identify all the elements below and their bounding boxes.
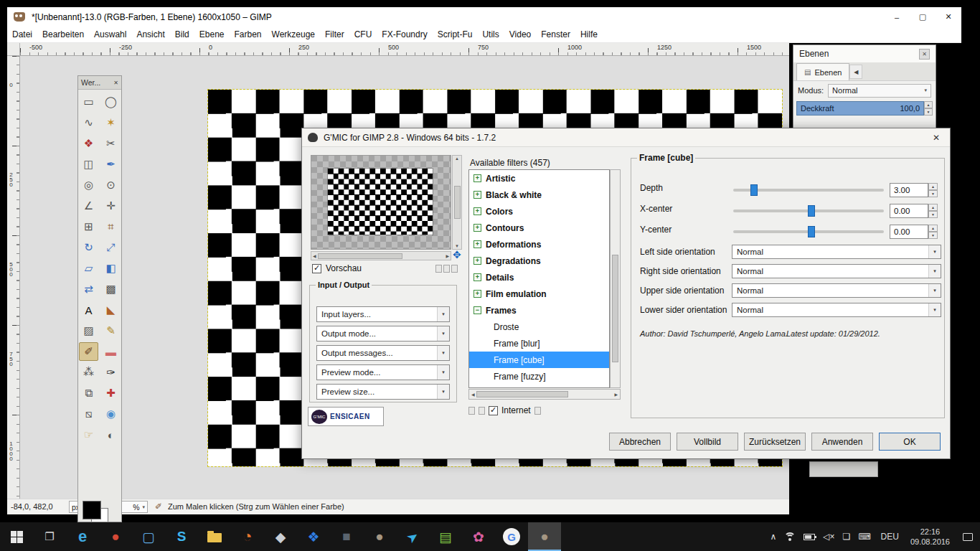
param-slider-depth[interactable] bbox=[733, 189, 884, 192]
internet-checkbox[interactable]: ✓ bbox=[489, 406, 498, 415]
param-select-left-side-orientation[interactable]: Normal▾ bbox=[732, 245, 941, 259]
spin-up-icon[interactable]: ▲ bbox=[928, 204, 938, 211]
scrollbar-thumb[interactable] bbox=[454, 186, 461, 219]
tool-text[interactable]: A bbox=[79, 301, 98, 319]
tray-battery-icon[interactable] bbox=[804, 534, 815, 540]
spin-up-icon[interactable]: ▲ bbox=[928, 183, 938, 190]
tool-scissors-select[interactable]: ✂ bbox=[101, 134, 121, 153]
vertical-ruler[interactable]: 02505007501000 bbox=[7, 56, 20, 499]
menu-fenster[interactable]: Fenster bbox=[536, 29, 575, 39]
scroll-up-icon[interactable]: ▲ bbox=[455, 156, 459, 161]
filter-category-deformations[interactable]: +Deformations bbox=[469, 236, 609, 253]
tool-cage-transform[interactable]: ▩ bbox=[101, 280, 121, 298]
filter-category-contours[interactable]: +Contours bbox=[469, 220, 609, 236]
param-value-depth[interactable]: 3.00 bbox=[890, 183, 928, 197]
tool-foreground-select[interactable]: ◫ bbox=[79, 155, 98, 174]
taskbar-app-window-blue[interactable]: ▢ bbox=[132, 522, 165, 551]
mini-button[interactable] bbox=[451, 265, 458, 273]
gmic-titlebar[interactable]: G'MIC for GIMP 2.8 - Windows 64 bits - 1… bbox=[302, 128, 950, 147]
filter-list-hscrollbar[interactable]: ◀ ▶ bbox=[468, 389, 621, 400]
toolbox-titlebar[interactable]: Wer... ✕ bbox=[78, 76, 121, 90]
filter-item-frame-fuzzy[interactable]: Frame [fuzzy] bbox=[469, 368, 609, 385]
tool-select-by-color[interactable]: ❖ bbox=[79, 134, 98, 153]
scroll-left-icon[interactable]: ◀ bbox=[471, 392, 475, 397]
menu-ansicht[interactable]: Ansicht bbox=[131, 29, 169, 39]
tab-nav-button[interactable]: ◀ bbox=[849, 65, 862, 79]
expand-icon[interactable]: + bbox=[473, 257, 481, 265]
tool-dodge-burn[interactable]: ◐ bbox=[101, 425, 121, 444]
tool-blur-sharpen[interactable]: ◉ bbox=[101, 405, 121, 423]
tool-clone[interactable]: ⧉ bbox=[79, 384, 98, 402]
spin-down-icon[interactable]: ▼ bbox=[928, 232, 938, 239]
param-slider-y-center[interactable] bbox=[733, 230, 884, 233]
mini-button[interactable] bbox=[435, 265, 442, 273]
expand-icon[interactable]: + bbox=[473, 273, 481, 281]
io-dropdown-preview-size[interactable]: Preview size...▾ bbox=[316, 384, 450, 400]
tray-volume-muted-icon[interactable]: ◁× bbox=[823, 532, 834, 542]
expand-icon[interactable]: + bbox=[473, 290, 481, 298]
slider-handle[interactable] bbox=[808, 205, 815, 217]
collapse-icon[interactable]: − bbox=[473, 306, 481, 314]
menu-farben[interactable]: Farben bbox=[230, 29, 267, 39]
taskbar-clock[interactable]: 22:16 09.08.2016 bbox=[905, 522, 956, 551]
tool-perspective-clone[interactable]: ⧅ bbox=[79, 405, 98, 423]
tool-ink[interactable]: ✑ bbox=[101, 363, 121, 382]
opacity-spinner[interactable]: ▲ ▼ bbox=[924, 101, 933, 116]
scroll-right-icon[interactable]: ▶ bbox=[614, 392, 618, 397]
start-button[interactable] bbox=[0, 522, 33, 551]
close-button[interactable]: ✕ bbox=[936, 7, 961, 27]
io-dropdown-output-messages[interactable]: Output messages...▾ bbox=[316, 345, 450, 361]
tool-scale[interactable]: ⤢ bbox=[101, 238, 121, 257]
filter-category-frames[interactable]: −Frames bbox=[469, 302, 609, 319]
tool-color-picker[interactable]: ◎ bbox=[79, 176, 98, 194]
param-value-x-center[interactable]: 0.00 bbox=[890, 204, 928, 218]
scroll-right-icon[interactable]: ▶ bbox=[446, 253, 449, 258]
taskbar-inkscape[interactable]: ◆ bbox=[264, 522, 297, 551]
menu-hilfe[interactable]: Hilfe bbox=[575, 29, 603, 39]
spin-up-icon[interactable]: ▲ bbox=[924, 101, 933, 108]
taskbar-chrome[interactable]: G bbox=[495, 522, 528, 551]
param-slider-x-center[interactable] bbox=[733, 209, 884, 212]
tool-ellipse-select[interactable]: ◯ bbox=[101, 93, 121, 111]
scrollbar-thumb[interactable] bbox=[612, 255, 618, 362]
filter-item-frame-cube[interactable]: Frame [cube] bbox=[469, 352, 609, 368]
tool-eraser[interactable]: ▬ bbox=[101, 342, 121, 361]
menu-datei[interactable]: Datei bbox=[7, 29, 37, 39]
vorschau-checkbox[interactable]: ✓ bbox=[312, 264, 321, 273]
spin-up-icon[interactable]: ▲ bbox=[928, 225, 938, 232]
tool-fuzzy-select[interactable]: ✶ bbox=[101, 113, 121, 132]
close-icon[interactable]: ✕ bbox=[925, 133, 947, 143]
spin-down-icon[interactable]: ▼ bbox=[924, 108, 933, 116]
taskbar-telegram[interactable]: ➤ bbox=[396, 522, 429, 551]
menu-bild[interactable]: Bild bbox=[170, 29, 194, 39]
taskbar-file-explorer[interactable] bbox=[198, 522, 231, 551]
filter-category-film-emulation[interactable]: +Film emulation bbox=[469, 286, 609, 302]
tool-bucket-fill[interactable]: ◣ bbox=[101, 301, 121, 319]
menu-script-fu[interactable]: Script-Fu bbox=[433, 29, 478, 39]
scroll-down-icon[interactable]: ▼ bbox=[455, 244, 459, 248]
opacity-slider[interactable]: Deckkraft 100,0 bbox=[796, 101, 924, 116]
slider-handle[interactable] bbox=[750, 184, 758, 196]
menu-video[interactable]: Video bbox=[504, 29, 536, 39]
taskbar-gimp[interactable]: ● bbox=[363, 522, 396, 551]
filter-category-artistic[interactable]: +Artistic bbox=[469, 170, 609, 187]
tool-paintbrush[interactable]: ✐ bbox=[79, 342, 98, 361]
tool-rectangle-select[interactable]: ▭ bbox=[79, 93, 98, 111]
spin-down-icon[interactable]: ▼ bbox=[928, 211, 938, 218]
tool-airbrush[interactable]: ⁂ bbox=[79, 363, 98, 382]
tool-gradient[interactable]: ▨ bbox=[79, 321, 98, 340]
taskbar-app-dark[interactable]: ■ bbox=[330, 522, 363, 551]
tool-shear[interactable]: ▱ bbox=[79, 259, 98, 278]
slider-handle[interactable] bbox=[808, 226, 815, 237]
tool-measure[interactable]: ∠ bbox=[79, 197, 98, 215]
tool-align[interactable]: ⊞ bbox=[79, 217, 98, 236]
preview-vscrollbar[interactable]: ▲ ▼ bbox=[452, 155, 462, 250]
close-icon[interactable]: ✕ bbox=[919, 49, 930, 60]
io-dropdown-output-mode[interactable]: Output mode...▾ bbox=[316, 326, 450, 342]
filter-item-frame-mirror[interactable]: Frame [mirror] bbox=[469, 385, 609, 388]
action-center-button[interactable] bbox=[956, 522, 980, 551]
menu-ebene[interactable]: Ebene bbox=[194, 29, 230, 39]
param-select-upper-side-orientation[interactable]: Normal▾ bbox=[732, 283, 941, 298]
close-icon[interactable]: ✕ bbox=[113, 80, 118, 86]
spin-down-icon[interactable]: ▼ bbox=[928, 190, 938, 197]
